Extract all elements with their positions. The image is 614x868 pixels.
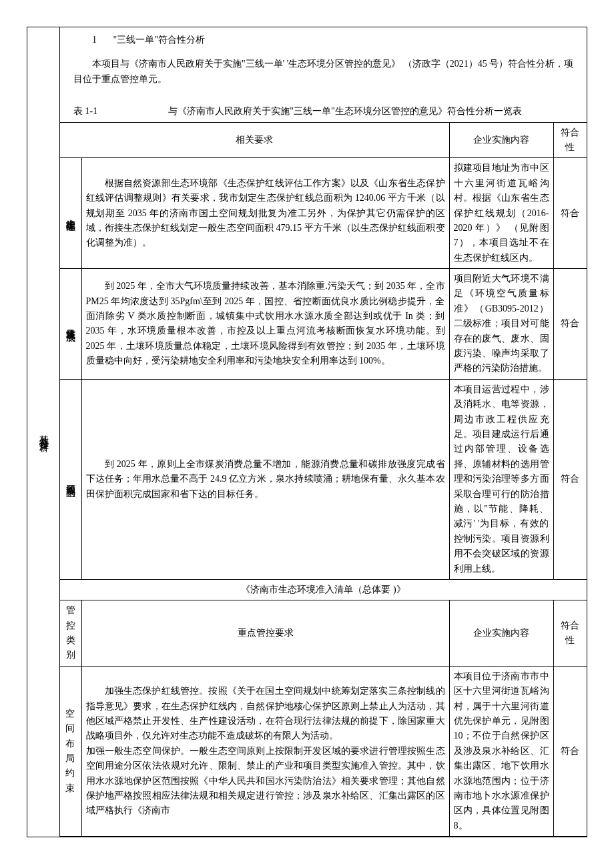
table-row: 源用线资利上 到 2025 年，原则上全市煤炭消费总量不增加，能源消费总量和碳排… — [60, 379, 587, 579]
row-implementation: 本项目运营过程中，涉及消耗水、电等资源，周边市政工程供应充足。项目建成运行后通过… — [449, 379, 553, 579]
side-category-label: 其他符合性分析 — [27, 27, 60, 837]
row-category: 境量线环质底 — [60, 269, 81, 380]
header-key-requirement: 重点管控要求 — [81, 600, 449, 667]
row-requirement: 加强生态保护红线管控。按照《关于在国土空间规划中统筹划定落实三条控制线的指导意见… — [81, 666, 449, 836]
header-control-category: 管控类别 — [60, 600, 81, 667]
row-category: 源用线资利上 — [60, 379, 81, 579]
table-title: 与《济南市人民政府关于实施"三线一单"生态环境分区管控的意见》符合性分析一览表 — [111, 104, 579, 119]
row-implementation: 本项目位于济南市市中区十六里河街道瓦峪沟村，属于十六里河街道优先保护单元，见附图… — [449, 666, 553, 836]
row-requirement: 到 2025 年，全市大气环境质量持续改善，基本消除重.污染天气；到 2035 … — [81, 269, 449, 380]
row-implementation: 拟建项目地址为市中区十六里河街道瓦峪沟村。根据《山东省生态保护红线规划（2016… — [449, 158, 553, 269]
row-conformity: 符合 — [553, 379, 587, 579]
compliance-table: 相关要求 企业实施内容 符合性 态护线生保红 根据自然资源部生态环境部《生态保护… — [60, 122, 587, 837]
table-header-row: 管控类别 重点管控要求 企业实施内容 符合性 — [60, 600, 587, 667]
section-number: 1 — [92, 35, 97, 45]
table-row: 境量线环质底 到 2025 年，全市大气环境质量持续改善，基本消除重.污染天气；… — [60, 269, 587, 380]
table-header-row: 相关要求 企业实施内容 符合性 — [60, 122, 587, 158]
table-row: 态护线生保红 根据自然资源部生态环境部《生态保护红线评估工作方案》以及《山东省生… — [60, 158, 587, 269]
table-row: 空间布局约束 加强生态保护红线管控。按照《关于在国土空间规划中统筹划定落实三条控… — [60, 666, 587, 836]
section-heading: 1 "三线一单"符合性分析 — [73, 33, 579, 47]
header-implementation: 企业实施内容 — [449, 600, 553, 667]
row-conformity: 符合 — [553, 666, 587, 836]
row-conformity: 符合 — [553, 269, 587, 380]
sub-header-row: 《济南市生态环境准入清单（总体要 )》 — [60, 579, 587, 600]
row-conformity: 符合 — [553, 158, 587, 269]
row-category: 态护线生保红 — [60, 158, 81, 269]
main-content: 1 "三线一单"符合性分析 本项目与《济南市人民政府关于实施"三线一单' '生态… — [60, 27, 587, 837]
table-caption-row: 表 1-1 与《济南市人民政府关于实施"三线一单"生态环境分区管控的意见》符合性… — [60, 101, 587, 121]
header-requirement: 相关要求 — [60, 122, 449, 158]
document-page: 其他符合性分析 1 "三线一单"符合性分析 本项目与《济南市人民政府关于实施"三… — [27, 27, 587, 837]
outer-frame: 其他符合性分析 1 "三线一单"符合性分析 本项目与《济南市人民政府关于实施"三… — [27, 27, 587, 837]
section-title: "三线一单"符合性分析 — [113, 35, 205, 45]
header-conformity: 符合性 — [553, 122, 587, 158]
row-implementation: 项目附近大气环境不满足《环境空气质量标准》（GB3095-2012）二级标准；项… — [449, 269, 553, 380]
row-requirement: 到 2025 年，原则上全市煤炭消费总量不增加，能源消费总量和碳排放强度完成省下… — [81, 379, 449, 579]
intro-paragraph: 本项目与《济南市人民政府关于实施"三线一单' '生态环境分区管控的意见》 （济政… — [73, 57, 579, 87]
row-category: 空间布局约束 — [60, 666, 81, 836]
table-number: 表 1-1 — [73, 104, 97, 119]
row-requirement: 根据自然资源部生态环境部《生态保护红线评估工作方案》以及《山东省生态保护红线评估… — [81, 158, 449, 269]
sub-header-title: 《济南市生态环境准入清单（总体要 )》 — [60, 579, 587, 600]
header-conformity: 符合性 — [553, 600, 587, 667]
section-intro: 1 "三线一单"符合性分析 本项目与《济南市人民政府关于实施"三线一单' '生态… — [60, 27, 587, 101]
header-implementation: 企业实施内容 — [449, 122, 553, 158]
